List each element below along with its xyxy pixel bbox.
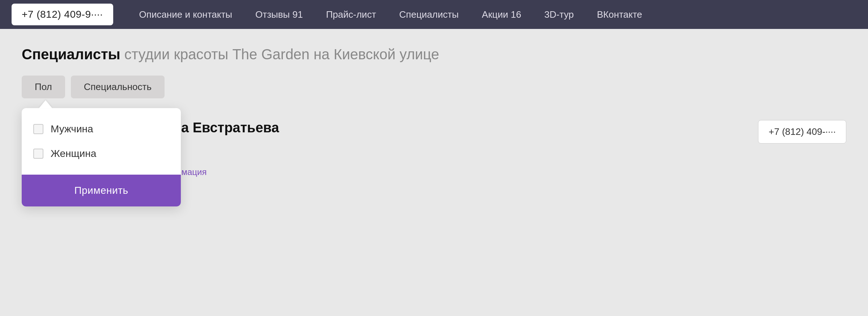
nav-link-price[interactable]: Прайс-лист: [314, 0, 387, 29]
page-title-bold: Специалисты: [22, 46, 120, 62]
male-label: Мужчина: [51, 123, 93, 135]
gender-dropdown: Мужчина Женщина Применить: [22, 100, 181, 206]
page-title: Специалисты студии красоты The Garden на…: [22, 46, 846, 63]
gender-filter-button[interactable]: Пол: [22, 76, 65, 98]
gender-option-female[interactable]: Женщина: [33, 141, 169, 166]
dropdown-arrow: [39, 100, 52, 108]
specialist-reviews-label: ОТЗЫВ: [94, 153, 744, 163]
dropdown-options: Мужчина Женщина: [22, 108, 181, 175]
specialist-phone-button[interactable]: +7 (812) 409-····: [758, 120, 846, 144]
specialist-info: на Андреевна Евстратьева трихолог ОТЗЫВ …: [94, 120, 744, 177]
filters-container: Пол Специальность Мужчина Женщина Примен…: [22, 76, 846, 98]
female-label: Женщина: [51, 148, 96, 159]
nav-link-reviews[interactable]: Отзывы 91: [244, 0, 314, 29]
dropdown-panel: Мужчина Женщина Применить: [22, 108, 181, 206]
gender-option-male[interactable]: Мужчина: [33, 117, 169, 141]
female-checkbox[interactable]: [33, 149, 43, 159]
nav-link-3dtour[interactable]: 3D-тур: [533, 0, 585, 29]
main-content: Специалисты студии красоты The Garden на…: [0, 29, 868, 316]
navigation: +7 (812) 409-9···· Описание и контакты О…: [0, 0, 868, 29]
nav-link-promotions[interactable]: Акции 16: [470, 0, 533, 29]
specialty-filter-button[interactable]: Специальность: [71, 76, 165, 98]
apply-button[interactable]: Применить: [22, 175, 181, 206]
nav-links: Описание и контакты Отзывы 91 Прайс-лист…: [128, 0, 856, 29]
specialist-name: на Андреевна Евстратьева: [94, 120, 744, 136]
male-checkbox[interactable]: [33, 124, 43, 134]
specialist-specialty: трихолог: [94, 139, 744, 150]
nav-link-vk[interactable]: ВКонтакте: [585, 0, 654, 29]
nav-link-description[interactable]: Описание и контакты: [128, 0, 244, 29]
page-title-subtitle: студии красоты The Garden на Киевской ул…: [120, 46, 439, 62]
phone-button[interactable]: +7 (812) 409-9····: [12, 4, 113, 25]
nav-link-specialists[interactable]: Специалисты: [388, 0, 470, 29]
